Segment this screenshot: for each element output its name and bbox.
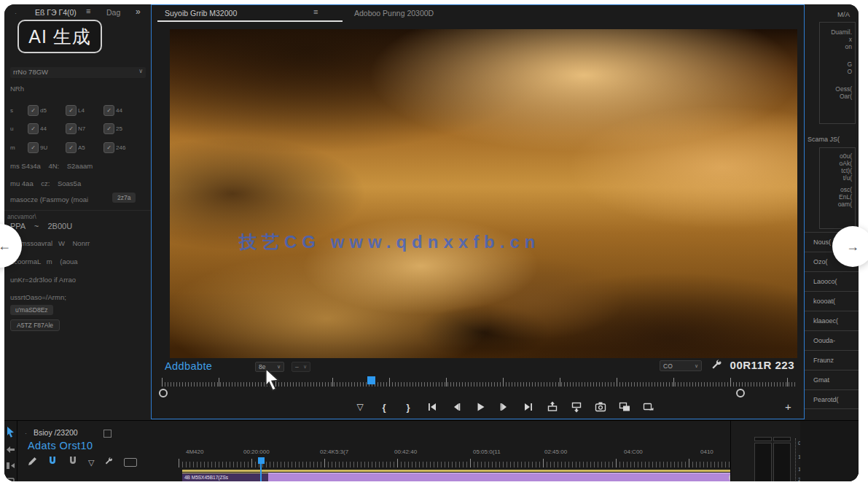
panel-grid-icon[interactable] bbox=[103, 430, 112, 438]
group-row: t/u( bbox=[820, 174, 855, 182]
preset-pill[interactable]: A5TZ F87Ale bbox=[10, 319, 60, 331]
meter-cap bbox=[754, 437, 772, 441]
video-preview: 技艺CG www.qdnxxfb.cn bbox=[170, 29, 797, 358]
video-clip[interactable] bbox=[268, 473, 736, 481]
linked-selection-magnet-icon[interactable] bbox=[68, 456, 78, 469]
play-icon[interactable] bbox=[474, 401, 486, 413]
cb-row-key: s bbox=[10, 107, 13, 114]
checkbox[interactable]: ✓ bbox=[66, 142, 77, 153]
track-select-tool-icon[interactable] bbox=[6, 444, 15, 457]
tab-source[interactable]: Adoboo Punng 20300D bbox=[354, 9, 434, 18]
tools-panel bbox=[4, 421, 17, 481]
list-item[interactable]: Laooco( bbox=[805, 271, 859, 291]
pencil-icon[interactable] bbox=[28, 456, 37, 469]
list-item[interactable]: Gmat bbox=[805, 370, 859, 389]
go-to-in-icon[interactable] bbox=[426, 401, 438, 413]
section-label: Scama JS( bbox=[808, 136, 840, 143]
group-row: G bbox=[820, 61, 855, 68]
group-row: EnL( bbox=[820, 193, 855, 201]
watermark-text: 技艺CG www.qdnxxfb.cn bbox=[239, 230, 540, 254]
check-icon: ✓ bbox=[31, 125, 36, 132]
multi-camera-icon[interactable] bbox=[619, 401, 630, 413]
bottom-right-fill bbox=[800, 421, 859, 481]
check-icon: ✓ bbox=[106, 144, 112, 151]
next-button[interactable]: → bbox=[832, 226, 868, 267]
snap-magnet-icon[interactable] bbox=[47, 456, 58, 469]
scrollbar-right-handle[interactable] bbox=[736, 389, 745, 397]
list-item[interactable]: Oouda- bbox=[805, 330, 859, 350]
selection-tool-icon[interactable] bbox=[6, 427, 15, 441]
ripple-edit-tool-icon[interactable] bbox=[6, 460, 15, 473]
playback-res-select[interactable]: CO ∨ bbox=[660, 360, 702, 371]
settings-wrench-icon[interactable] bbox=[711, 359, 723, 374]
tab-overflow-icon[interactable]: » bbox=[136, 7, 141, 17]
list-item[interactable]: koooat( bbox=[805, 291, 859, 311]
mark-in-icon[interactable]: { bbox=[378, 401, 390, 413]
timeline-timecode[interactable]: Adats Orst10 bbox=[28, 440, 93, 451]
proxy-toggle-icon[interactable] bbox=[643, 401, 654, 413]
check-icon: ✓ bbox=[31, 107, 36, 114]
property-row: ucoormaL m (aoua bbox=[10, 257, 78, 265]
check-icon: ✓ bbox=[69, 144, 74, 151]
preset-dropdown[interactable]: rrNo 78GW ∨ bbox=[10, 67, 146, 78]
divider bbox=[4, 210, 151, 211]
caption-button[interactable] bbox=[124, 458, 137, 467]
audio-meter-right bbox=[773, 443, 791, 481]
mouse-cursor bbox=[262, 368, 284, 398]
clip-label-region[interactable]: 4B M5SX45B17(ZSs bbox=[182, 473, 268, 481]
group-row: x bbox=[820, 36, 855, 43]
cb-row-key: u bbox=[10, 125, 13, 132]
checkbox[interactable]: ✓ bbox=[103, 105, 114, 116]
checkbox[interactable]: ✓ bbox=[66, 123, 77, 134]
timeline-section: · Bsioy /23200 Adats Orst10 ▽ 4M420 00:2… bbox=[4, 420, 859, 481]
program-ruler-major bbox=[162, 378, 796, 387]
wrench-icon[interactable] bbox=[104, 456, 114, 469]
checkbox[interactable]: ✓ bbox=[28, 123, 39, 134]
ruler-label: 05:05:0(11 bbox=[473, 449, 501, 455]
clip-label: 4B M5SX45B17(ZSs bbox=[184, 475, 228, 480]
property-row[interactable]: PPA ~ 2B00U bbox=[10, 222, 72, 230]
property-row: masocze (Fasrmoy (moai bbox=[10, 195, 88, 203]
panel-menu-icon[interactable]: ≡ bbox=[86, 7, 90, 15]
add-marker-icon[interactable]: ▽ bbox=[88, 458, 94, 467]
checkbox[interactable]: ✓ bbox=[28, 142, 39, 153]
scrollbar-left-handle[interactable] bbox=[159, 389, 168, 397]
tab-effect-controls[interactable]: Eß ГЭ Г4(0) bbox=[35, 8, 77, 17]
playhead-timecode[interactable]: Addbabte bbox=[165, 360, 212, 372]
value-pill[interactable]: 2z7a bbox=[112, 193, 136, 203]
check-icon: ✓ bbox=[69, 125, 74, 132]
timeline-ruler-area[interactable]: 4M420 00:20:000 02:4K5:3(7 00:42:40 05:0… bbox=[179, 449, 740, 481]
checkbox[interactable]: ✓ bbox=[66, 105, 77, 116]
list-item[interactable]: Pearotd( bbox=[805, 389, 859, 409]
checkbox[interactable]: ✓ bbox=[103, 123, 114, 134]
tab-program[interactable]: Suyoib Grrib M32000 bbox=[165, 9, 237, 18]
resolution-select[interactable]: – ∨ bbox=[292, 362, 310, 372]
timeline-toolbar: ▽ bbox=[28, 456, 137, 469]
tab-timeline[interactable]: Bsioy /23200 bbox=[34, 428, 78, 437]
program-playhead[interactable] bbox=[367, 376, 375, 384]
razor-tool-icon[interactable] bbox=[6, 475, 15, 481]
preset-pill[interactable]: u'maSD8Ez bbox=[10, 305, 53, 315]
list-item[interactable]: Fraunz bbox=[805, 350, 859, 370]
timeline-playhead-line[interactable] bbox=[260, 457, 262, 481]
list-item[interactable]: klaaoec( bbox=[805, 311, 859, 330]
checkbox[interactable]: ✓ bbox=[28, 105, 39, 116]
step-forward-icon[interactable] bbox=[498, 401, 510, 413]
add-button[interactable]: + bbox=[785, 400, 791, 413]
checkbox[interactable]: ✓ bbox=[103, 142, 114, 153]
extract-icon[interactable] bbox=[571, 401, 582, 413]
mark-out-icon[interactable]: } bbox=[402, 401, 414, 413]
export-frame-icon[interactable] bbox=[595, 401, 606, 413]
step-back-icon[interactable] bbox=[450, 401, 462, 413]
check-icon: ✓ bbox=[106, 125, 112, 132]
panel-menu-icon[interactable]: ≡ bbox=[313, 7, 318, 16]
add-marker-icon[interactable]: ▽ bbox=[354, 401, 366, 413]
go-to-out-icon[interactable] bbox=[523, 401, 534, 413]
group-row: O bbox=[820, 68, 855, 75]
work-area-bar[interactable] bbox=[182, 470, 736, 472]
tab-secondary[interactable]: Dag bbox=[106, 8, 120, 17]
lift-icon[interactable] bbox=[547, 401, 558, 413]
program-monitor-panel: Suyoib Grrib M32000 ≡ Adoboo Punng 20300… bbox=[151, 4, 805, 419]
resolution-value: – bbox=[295, 363, 299, 370]
check-icon: ✓ bbox=[106, 107, 112, 114]
